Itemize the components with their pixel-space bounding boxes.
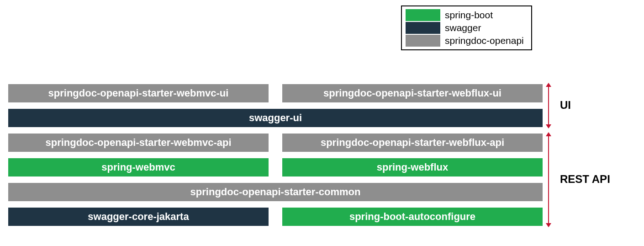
diagram-row: springdoc-openapi-starter-webmvc-uisprin…: [8, 84, 543, 102]
legend-item: swagger: [406, 22, 524, 34]
diagram-row: springdoc-openapi-starter-webmvc-apispri…: [8, 134, 543, 152]
legend-swatch-springdoc: [406, 35, 440, 47]
legend: spring-boot swagger springdoc-openapi: [401, 5, 532, 50]
legend-swatch-spring-boot: [406, 9, 440, 21]
legend-label: spring-boot: [445, 10, 493, 21]
module-box: spring-webflux: [282, 158, 543, 176]
diagram-row: springdoc-openapi-starter-common: [8, 183, 543, 201]
section-bracket: [548, 135, 549, 224]
section-label: REST API: [560, 173, 610, 186]
architecture-diagram: springdoc-openapi-starter-webmvc-uisprin…: [8, 84, 543, 232]
module-box: springdoc-openapi-starter-common: [8, 183, 543, 201]
legend-label: springdoc-openapi: [445, 35, 524, 46]
section-bracket: [548, 86, 549, 125]
diagram-row: swagger-core-jakartaspring-boot-autoconf…: [8, 208, 543, 226]
module-box: swagger-ui: [8, 109, 543, 127]
diagram-row: spring-webmvcspring-webflux: [8, 158, 543, 176]
section-label: UI: [560, 99, 571, 112]
module-box: springdoc-openapi-starter-webmvc-ui: [8, 84, 269, 102]
module-box: springdoc-openapi-starter-webflux-ui: [282, 84, 543, 102]
diagram-row: swagger-ui: [8, 109, 543, 127]
legend-swatch-swagger: [406, 22, 440, 34]
legend-item: spring-boot: [406, 9, 524, 21]
legend-label: swagger: [445, 22, 481, 33]
module-box: springdoc-openapi-starter-webmvc-api: [8, 134, 269, 152]
module-box: swagger-core-jakarta: [8, 208, 269, 226]
module-box: spring-boot-autoconfigure: [282, 208, 543, 226]
module-box: spring-webmvc: [8, 158, 269, 176]
legend-item: springdoc-openapi: [406, 35, 524, 47]
module-box: springdoc-openapi-starter-webflux-api: [282, 134, 543, 152]
